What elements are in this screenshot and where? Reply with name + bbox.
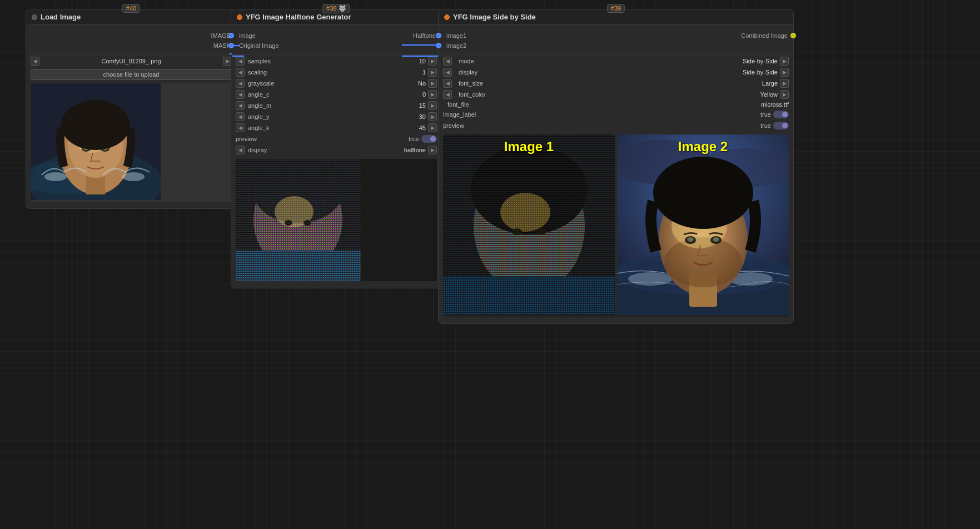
grayscale-label: grayscale — [247, 80, 407, 87]
sbs-display-label: display — [454, 69, 731, 76]
display-prev[interactable]: ◀ — [236, 146, 245, 154]
angle-y-value: 30 — [409, 113, 426, 120]
angle-c-next[interactable]: ▶ — [428, 90, 437, 99]
svg-point-52 — [512, 228, 522, 235]
samples-param: ◀ samples 10 ▶ — [231, 56, 441, 67]
angle-c-label: angle_c — [247, 91, 407, 98]
svg-point-14 — [122, 172, 145, 181]
node-id-load-image: #40 — [122, 4, 140, 13]
sbs-image1-label: image1 — [439, 32, 472, 39]
scaling-param: ◀ scaling 1 ▶ — [231, 67, 441, 78]
image-label-toggle[interactable] — [773, 111, 789, 118]
svg-rect-51 — [443, 134, 615, 315]
angle-m-next[interactable]: ▶ — [428, 101, 437, 110]
halftone-original-input-connector[interactable] — [228, 43, 234, 48]
angle-c-value: 0 — [409, 91, 426, 98]
file-name-display: ComfyUI_01209_.png — [41, 58, 222, 64]
display-label: display — [247, 147, 402, 153]
angle-k-prev[interactable]: ◀ — [236, 123, 245, 132]
image1-preview-box: Image 1 — [443, 134, 615, 317]
angle-y-next[interactable]: ▶ — [428, 112, 437, 121]
scaling-value: 1 — [409, 69, 426, 76]
samples-prev[interactable]: ◀ — [236, 57, 245, 66]
halftone-preview-toggle[interactable] — [421, 135, 437, 143]
angle-y-prev[interactable]: ◀ — [236, 112, 245, 121]
svg-point-67 — [653, 157, 753, 229]
sbs-display-value: Side-by-Side — [733, 69, 778, 76]
side-by-side-preview: Image 1 — [443, 134, 789, 317]
sbs-preview-label: preview — [443, 122, 757, 129]
font-size-label: font_size — [454, 80, 731, 87]
mode-prev[interactable]: ◀ — [443, 57, 452, 66]
angle-m-param: ◀ angle_m 15 ▶ — [231, 100, 441, 111]
halftone-io: image Halftone Original Image — [231, 28, 441, 53]
grayscale-next[interactable]: ▶ — [428, 79, 437, 88]
halftone-status-dot — [237, 14, 242, 20]
sbs-image2-label: image2 — [439, 42, 472, 49]
node-status-dot — [32, 14, 37, 20]
font-file-row: font_file micross.ttf — [439, 100, 793, 109]
angle-k-param: ◀ angle_k 45 ▶ — [231, 122, 441, 133]
image2-preview-box: Image 2 — [617, 134, 789, 317]
halftone-preview-row: preview true — [231, 133, 441, 144]
halftone-preview-image — [236, 159, 437, 281]
sbs-preview-toggle-row: preview true — [439, 120, 793, 131]
image1-label: Image 1 — [504, 139, 554, 154]
angle-k-next[interactable]: ▶ — [428, 123, 437, 132]
sbs-preview-toggle[interactable] — [773, 122, 789, 129]
sbs-title: YFG Image Side by Side — [453, 13, 536, 21]
halftone-image-input-label: image — [231, 32, 261, 39]
image-output-row: IMAGE — [26, 31, 236, 41]
font-color-next[interactable]: ▶ — [780, 90, 789, 99]
sbs-preview-val: true — [760, 122, 789, 129]
sbs-combined-label: Combined Image — [472, 32, 793, 39]
font-size-row: ◀ font_size Large ▶ — [439, 78, 793, 89]
sbs-status-dot — [444, 14, 450, 20]
image-label-label: image_label — [443, 111, 757, 118]
choose-file-button[interactable]: choose file to upload — [31, 69, 232, 80]
halftone-image-input-row: image Halftone — [231, 31, 441, 41]
font-color-prev[interactable]: ◀ — [443, 90, 452, 99]
sbs-image2-connector[interactable] — [436, 43, 441, 48]
font-color-label: font_color — [454, 91, 731, 98]
font-file-label: font_file — [443, 101, 742, 108]
display-value: halftone — [404, 147, 426, 153]
halftone-title: YFG Image Halftone Generator — [246, 13, 351, 21]
grayscale-param: ◀ grayscale No ▶ — [231, 78, 441, 89]
sbs-display-prev[interactable]: ◀ — [443, 68, 452, 77]
file-selector-row: ◀ ComfyUI_01209_.png ▶ — [26, 56, 236, 67]
font-size-prev[interactable]: ◀ — [443, 79, 452, 88]
scaling-prev[interactable]: ◀ — [236, 68, 245, 77]
scaling-next[interactable]: ▶ — [428, 68, 437, 77]
sbs-image1-connector[interactable] — [436, 33, 441, 38]
sbs-combined-connector[interactable] — [790, 33, 796, 38]
portrait-preview-svg — [31, 83, 161, 200]
grayscale-prev[interactable]: ◀ — [236, 79, 245, 88]
image-label-toggle-row: image_label true — [439, 109, 793, 120]
svg-point-13 — [44, 172, 67, 181]
image2-svg — [617, 134, 789, 315]
angle-c-prev[interactable]: ◀ — [236, 90, 245, 99]
sbs-display-next[interactable]: ▶ — [780, 68, 789, 77]
font-color-row: ◀ font_color Yellow ▶ — [439, 89, 793, 100]
angle-m-prev[interactable]: ◀ — [236, 101, 245, 110]
svg-point-12 — [61, 100, 130, 150]
font-size-next[interactable]: ▶ — [780, 79, 789, 88]
halftone-output-label: Halftone — [261, 32, 441, 39]
samples-next[interactable]: ▶ — [428, 57, 437, 66]
display-next[interactable]: ▶ — [428, 146, 437, 154]
svg-point-59 — [628, 272, 673, 286]
load-image-preview — [31, 83, 232, 202]
angle-m-label: angle_m — [247, 102, 407, 109]
image-output-label: IMAGE — [26, 32, 236, 39]
mode-next[interactable]: ▶ — [780, 57, 789, 66]
mask-output-label: MASK — [26, 42, 236, 49]
halftone-image-input-connector[interactable] — [228, 33, 234, 38]
file-prev-arrow[interactable]: ◀ — [31, 57, 39, 66]
image2-label: Image 2 — [678, 139, 728, 154]
mode-value: Side-by-Side — [733, 58, 778, 64]
mode-label: mode — [454, 58, 731, 64]
sbs-io: image1 Combined Image image2 — [439, 28, 793, 53]
node-id-halftone: #38 🐺 — [322, 4, 350, 13]
halftone-original-input-label: Original Image — [231, 42, 285, 49]
